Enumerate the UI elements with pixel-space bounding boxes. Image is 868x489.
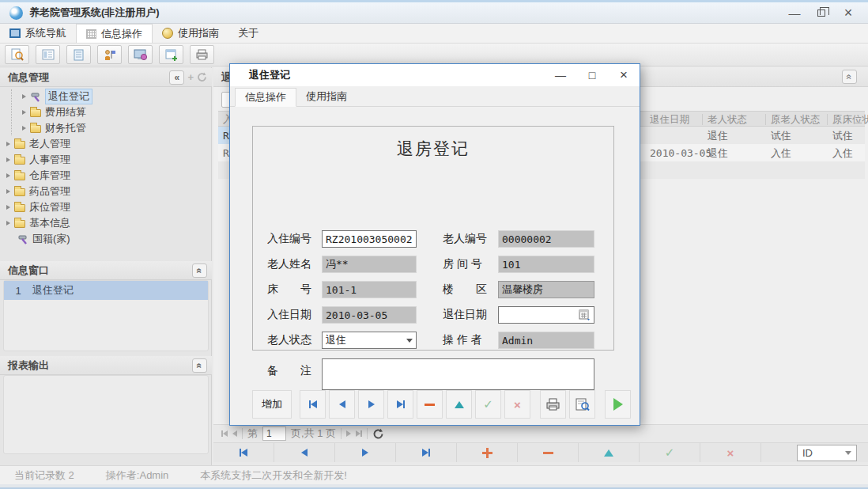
search-document-button[interactable]: [5, 45, 29, 64]
report-output-panel-header[interactable]: 报表输出 «: [0, 356, 212, 375]
dialog-tab-user-guide[interactable]: 使用指南: [296, 87, 357, 106]
tree-item-financial-custody[interactable]: 财务托管: [22, 120, 86, 136]
checkout-date-input[interactable]: [498, 306, 594, 324]
tree-item-medicine-management[interactable]: 药品管理: [6, 184, 70, 199]
info-management-panel-header[interactable]: 信息管理 « +: [0, 68, 212, 87]
page-prev-button[interactable]: [232, 430, 237, 437]
column-header-checkout-date[interactable]: 退住日期: [650, 113, 689, 127]
menu-info-operation[interactable]: 信息操作: [76, 24, 153, 43]
expander-icon[interactable]: [6, 205, 10, 210]
id-field-combobox[interactable]: ID: [797, 445, 857, 461]
confirm-button[interactable]: ✓: [475, 390, 501, 419]
record-last-button[interactable]: [396, 443, 457, 462]
record-delete-button[interactable]: [518, 443, 579, 462]
monitor-globe-button[interactable]: [128, 45, 153, 64]
record-first-button[interactable]: [213, 443, 274, 462]
dialog-tab-info-operation[interactable]: 信息操作: [235, 88, 296, 107]
nav-prev-button[interactable]: [329, 390, 355, 419]
add-icon[interactable]: +: [187, 71, 194, 83]
dialog-close-button[interactable]: ×: [608, 64, 640, 86]
expander-icon[interactable]: [22, 126, 26, 131]
column-header-prev-bed-status[interactable]: 原床位状态: [832, 113, 868, 127]
print-button[interactable]: [540, 390, 566, 419]
nav-next-button[interactable]: [358, 390, 384, 419]
record-add-button[interactable]: [457, 443, 518, 462]
column-header-prev-elder-status[interactable]: 原老人状态: [771, 113, 821, 127]
calendar-picker-icon[interactable]: [579, 309, 591, 320]
expander-icon[interactable]: [6, 189, 10, 194]
info-management-title: 信息管理: [8, 70, 49, 85]
info-window-item[interactable]: 1 退住登记: [4, 281, 208, 300]
minimize-button[interactable]: —: [781, 3, 808, 22]
window-add-button[interactable]: [159, 45, 183, 64]
expander-icon[interactable]: [6, 221, 10, 226]
tree-item-hr-management[interactable]: 人事管理: [6, 152, 70, 168]
info-window-title: 信息窗口: [8, 263, 49, 278]
collapse-up-button[interactable]: «: [192, 263, 207, 278]
menu-system-nav[interactable]: 系统导航: [0, 24, 76, 43]
label-room-no: 房 间 号: [443, 257, 482, 271]
dialog-maximize-button[interactable]: □: [576, 64, 608, 86]
label-remark: 备 注: [267, 364, 311, 378]
column-header-elder-status[interactable]: 老人状态: [708, 113, 747, 127]
tree-item-nationality[interactable]: 国籍(家): [17, 231, 70, 247]
remark-textarea[interactable]: [322, 358, 594, 390]
tree-item-checkout-registration[interactable]: 退住登记: [22, 89, 92, 104]
expander-icon[interactable]: [6, 157, 10, 162]
menu-user-guide[interactable]: 使用指南: [153, 24, 228, 43]
execute-button[interactable]: [605, 390, 631, 419]
record-next-button[interactable]: [335, 443, 396, 462]
print-icon: [545, 398, 560, 411]
restore-button[interactable]: [808, 3, 835, 22]
label-checkout-date: 退住日期: [443, 308, 487, 322]
divider: [341, 428, 342, 439]
document-button[interactable]: [66, 45, 91, 64]
refresh-icon[interactable]: [197, 72, 207, 82]
nav-first-button[interactable]: [300, 390, 326, 419]
record-edit-button[interactable]: [579, 443, 640, 462]
person-flag-button[interactable]: [97, 45, 122, 64]
delete-button[interactable]: [417, 390, 443, 419]
expander-icon[interactable]: [22, 110, 26, 115]
tree-item-basic-info[interactable]: 基本信息: [6, 215, 70, 231]
record-prev-button[interactable]: [274, 443, 335, 462]
tree-item-bed-management[interactable]: 床位管理: [6, 199, 70, 215]
page-last-button[interactable]: [356, 430, 362, 437]
expander-icon[interactable]: [22, 94, 26, 99]
preview-button[interactable]: [569, 390, 595, 419]
tree-item-fee-settlement[interactable]: 费用结算: [22, 104, 86, 120]
info-window-panel-header[interactable]: 信息窗口 «: [0, 261, 212, 280]
page-first-button[interactable]: [221, 430, 228, 437]
folder-icon: [14, 141, 25, 149]
column-divider: [765, 114, 766, 125]
admission-no-input[interactable]: [322, 230, 417, 248]
refresh-button[interactable]: [372, 428, 384, 440]
expander-icon[interactable]: [6, 173, 10, 178]
record-cancel-button[interactable]: ×: [700, 443, 761, 462]
menu-about[interactable]: 关于: [228, 24, 268, 43]
elder-status-combobox[interactable]: 退住: [322, 332, 417, 349]
status-operator: 操作者:Admin: [106, 468, 168, 483]
tree-item-elder-management[interactable]: 老人管理: [6, 136, 70, 152]
nav-last-button[interactable]: [387, 390, 413, 419]
add-button[interactable]: 增加: [252, 390, 292, 419]
monitor-globe-icon: [134, 49, 148, 61]
page-next-button[interactable]: [346, 430, 351, 437]
page-label-suffix: 页,共 1 页: [291, 426, 336, 441]
collapse-left-button[interactable]: «: [169, 70, 184, 85]
record-confirm-button[interactable]: ✓: [640, 443, 700, 462]
printer-button[interactable]: [190, 45, 214, 64]
cancel-button[interactable]: ×: [504, 390, 530, 419]
collapse-up-button[interactable]: «: [192, 358, 207, 373]
folder-icon: [30, 109, 41, 117]
dialog-minimize-button[interactable]: —: [545, 64, 576, 86]
main-collapse-button[interactable]: «: [842, 70, 857, 84]
form-view-button[interactable]: [36, 45, 60, 64]
folder-icon: [14, 220, 25, 228]
page-number-input[interactable]: [262, 426, 286, 441]
dialog-title: 退住登记: [249, 68, 290, 82]
tree-item-warehouse-management[interactable]: 仓库管理: [6, 168, 70, 184]
close-button[interactable]: ×: [835, 3, 862, 22]
expander-icon[interactable]: [6, 142, 10, 146]
edit-button[interactable]: [446, 390, 472, 419]
